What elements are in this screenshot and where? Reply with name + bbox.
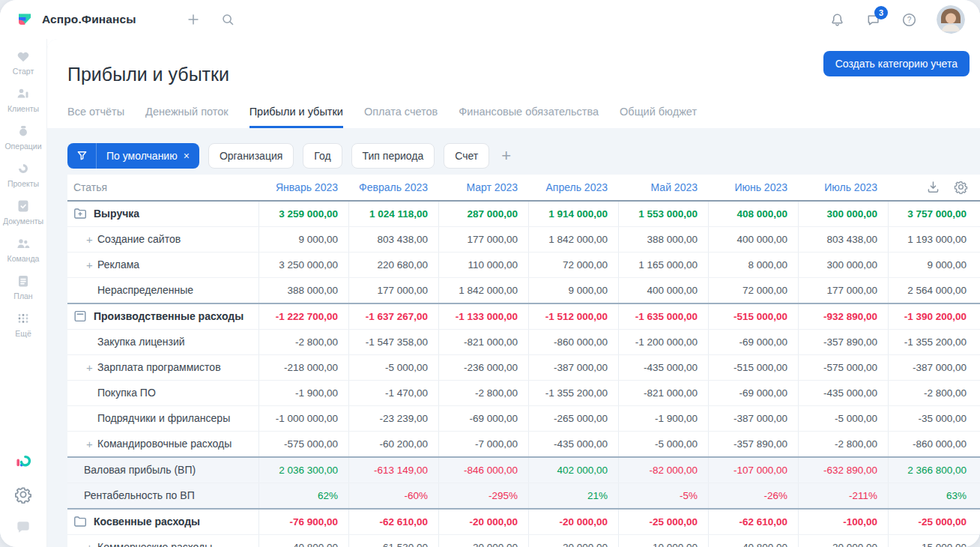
tab-2[interactable]: Прибыли и убытки [249,106,343,128]
table-settings-icon[interactable] [954,180,968,194]
sidebar-item-clients[interactable]: Клиенты [0,85,46,113]
row-label-cell[interactable]: + Командировочные расходы [67,432,258,456]
table-row[interactable]: Закупка лицензий -2 800,00-1 547 358,00-… [67,329,980,354]
value-cell: 1 024 118,00 [348,202,438,226]
sidebar-item-projects[interactable]: Проекты [0,160,46,188]
table-row[interactable]: + Командировочные расходы -575 000,00-60… [67,431,980,456]
month-column-header: Март 2023 [438,175,528,200]
expand-icon[interactable]: + [86,438,93,450]
notifications-bell-icon[interactable] [829,11,845,28]
value-cell: -1 512 000,00 [528,304,618,329]
expand-icon[interactable]: + [86,233,93,246]
tab-0[interactable]: Все отчёты [67,106,124,128]
help-icon[interactable]: ? [901,11,917,28]
value-cell: -35 000,00 [888,406,980,431]
table-row[interactable]: + Зарплата программистов -218 000,00-5 0… [67,354,980,380]
clear-filter-icon[interactable]: × [184,150,190,162]
value-cell: -435 000,00 [798,381,888,405]
value-cell: -2 800,00 [258,330,348,354]
sidebar-item-team[interactable]: Команда [0,235,46,263]
sidebar-item-plan[interactable]: План [0,273,46,300]
download-icon[interactable] [926,180,940,194]
value-cell: -1 637 267,00 [348,304,438,329]
sidebar-item-start[interactable]: Старт [0,48,46,76]
value-cell: -860 000,00 [528,330,618,354]
row-label: Создание сайтов [97,233,181,245]
table-row[interactable]: Нераспределенные 388 000,00177 000,001 8… [67,277,980,303]
table-row[interactable]: Покупка ПО -1 900,00-1 470,00-2 800,00-1… [67,380,980,405]
value-cell: 8 000,00 [708,253,798,277]
value-cell: -575 000,00 [798,355,888,380]
value-cell: -1 355 200,00 [528,381,618,405]
value-cell: 287 000,00 [438,202,528,226]
active-filter-label: По умолчанию [106,150,178,162]
add-filter-icon[interactable]: + [501,148,511,164]
expand-icon[interactable]: + [86,361,93,374]
value-cell: 9 000,00 [528,278,618,303]
table-row[interactable]: Выручка 3 259 000,001 024 118,00287 000,… [67,202,980,226]
create-category-button[interactable]: Создать категорию учета [823,51,970,76]
table-row[interactable]: Подрядчики и фрилансеры -1 000 000,00-23… [67,405,980,431]
value-cell: -932 890,00 [798,304,888,329]
row-label-cell[interactable]: Подрядчики и фрилансеры [67,406,258,431]
tab-1[interactable]: Денежный поток [145,106,229,128]
table-row[interactable]: Производственные расходы -1 222 700,00-1… [67,303,980,329]
value-cell: -69 000,00 [708,381,798,405]
aspro-mark-icon[interactable] [14,453,32,471]
value-cell: -1 900,00 [618,406,708,431]
gear-icon[interactable] [14,486,32,504]
sidebar-item-operations[interactable]: Операции [0,123,46,151]
add-icon[interactable] [185,11,202,28]
row-label-cell[interactable]: Закупка лицензий [67,330,258,354]
row-label-cell[interactable]: Косвенные расходы [67,510,258,534]
tab-4[interactable]: Финансовые обязательства [459,106,599,128]
value-cell: -1 547 358,00 [348,330,438,354]
app-brand[interactable]: Аспро.Финансы [15,10,136,29]
filter-chip[interactable]: Счет [444,143,489,169]
row-label-cell[interactable]: Выручка [67,202,258,226]
expand-icon[interactable]: + [86,541,93,547]
chat-bubble-icon[interactable] [14,519,32,537]
table-row[interactable]: + Создание сайтов 9 000,00803 438,00177 … [67,226,980,252]
value-cell: -357 890,00 [708,432,798,456]
expand-icon[interactable]: + [86,259,93,271]
tab-3[interactable]: Оплата счетов [364,106,438,128]
table-row[interactable]: Валовая прибыль (ВП) 2 036 300,00-613 14… [67,456,980,483]
search-icon[interactable] [220,11,236,28]
value-cell: -1 355 200,00 [888,330,980,354]
tab-5[interactable]: Общий бюджет [620,106,697,128]
filter-chip[interactable]: Тип периода [351,143,435,169]
table-row[interactable]: + Коммерческие расходы -40 800,00-61 530… [67,534,980,547]
filter-funnel-icon [67,143,97,169]
messages-icon[interactable]: 3 [865,11,881,28]
table-row[interactable]: + Реклама 3 250 000,00220 680,00110 000,… [67,252,980,277]
filter-chip[interactable]: Год [303,143,342,169]
folder-plus-icon [73,206,88,221]
row-label-cell[interactable]: Производственные расходы [67,304,258,329]
value-cell: -2 800,00 [888,381,980,405]
value-cell: -5 000,00 [618,432,708,456]
table-row[interactable]: Косвенные расходы -76 900,00-62 610,00-2… [67,508,980,534]
row-label: Рентабельность по ВП [84,489,195,501]
sidebar-item-documents[interactable]: Документы [0,198,46,226]
value-cell: -5 000,00 [348,355,438,380]
row-label-cell[interactable]: Рентабельность по ВП [67,483,258,508]
messages-badge: 3 [874,6,888,19]
table-row[interactable]: Рентабельность по ВП 62%-60%-295%21%-5%-… [67,483,980,508]
value-cell: -1 222 700,00 [258,304,348,329]
row-label-cell[interactable]: Нераспределенные [67,278,258,303]
row-label-cell[interactable]: + Коммерческие расходы [67,535,258,547]
row-label: Косвенные расходы [94,516,200,528]
row-label-cell[interactable]: + Зарплата программистов [67,355,258,380]
sidebar-item-more[interactable]: Ещё [0,310,46,338]
row-label-cell[interactable]: Покупка ПО [67,381,258,405]
value-cell: 177 000,00 [348,278,438,303]
row-label-cell[interactable]: Валовая прибыль (ВП) [67,458,258,483]
row-label-cell[interactable]: + Создание сайтов [67,227,258,252]
filter-chip[interactable]: Организация [208,143,294,169]
active-filter-chip[interactable]: По умолчанию × [67,143,199,169]
value-cell: -2 800,00 [438,381,528,405]
user-avatar[interactable] [937,5,965,34]
value-cell: -69 000,00 [708,330,798,354]
row-label-cell[interactable]: + Реклама [67,253,258,277]
